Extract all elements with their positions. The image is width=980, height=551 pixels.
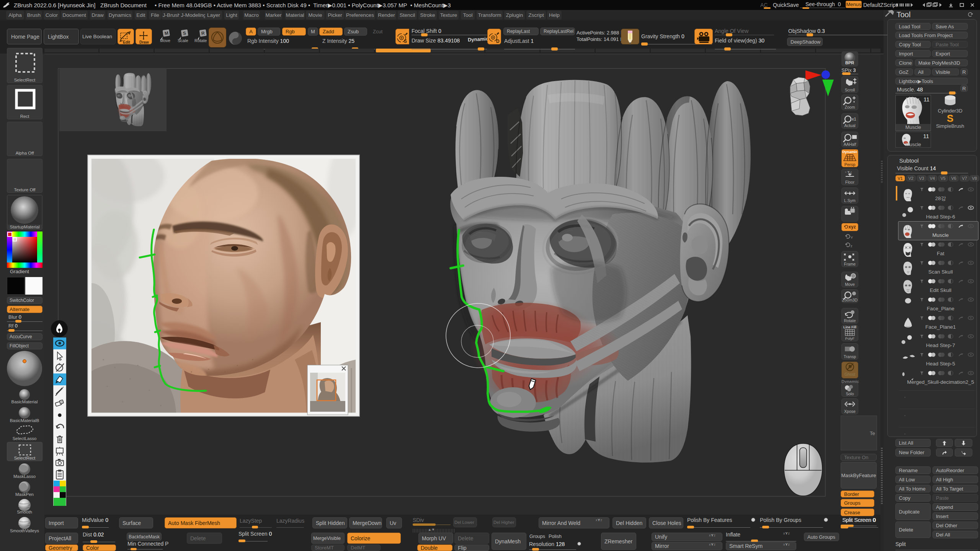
svg-text:z: z: [851, 244, 853, 248]
svg-text:x1: x1: [852, 117, 856, 121]
svg-text:S: S: [404, 39, 407, 44]
svg-text:Y: Y: [851, 236, 853, 240]
svg-text:Scale: Scale: [178, 38, 188, 43]
svg-text:Rotate: Rotate: [194, 38, 207, 43]
svg-text:× Y z: × Y z: [845, 170, 852, 174]
svg-text:BPR: BPR: [845, 60, 854, 65]
svg-text:D: D: [496, 39, 500, 44]
svg-text:Draw: Draw: [139, 40, 149, 44]
svg-text:Move: Move: [160, 38, 170, 43]
svg-text:M: M: [164, 30, 169, 36]
svg-text:Edit: Edit: [123, 40, 131, 44]
